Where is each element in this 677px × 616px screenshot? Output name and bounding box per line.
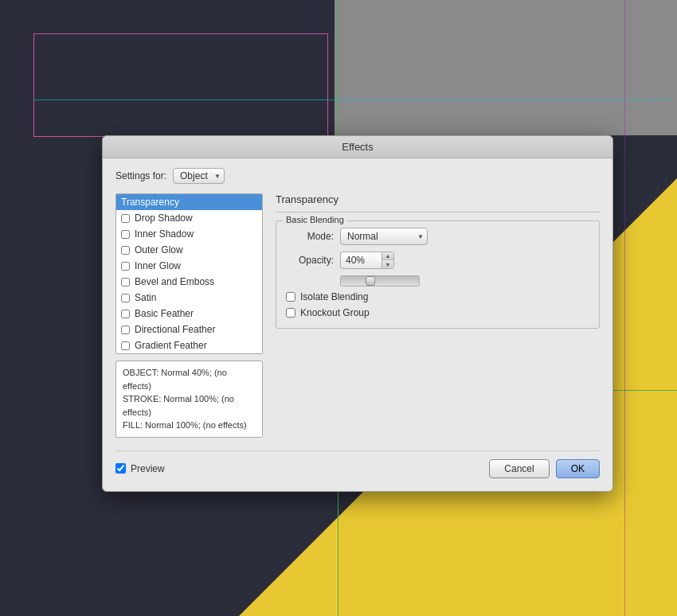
opacity-field-wrapper: ▲ ▼ [340,251,394,269]
opacity-slider-thumb[interactable] [366,276,375,286]
inner-shadow-checkbox[interactable] [121,230,130,239]
opacity-row: Opacity: ▲ ▼ [286,251,589,269]
dialog-title: Effects [342,141,374,153]
panel-title: Transparency [276,193,600,205]
bevel-emboss-checkbox[interactable] [121,278,130,287]
effects-detail-panel: Transparency Basic Blending Mode: Normal… [276,193,600,438]
dialog-titlebar: Effects [103,136,612,158]
bg-gray-area [335,0,677,135]
bevel-emboss-label: Bevel and Emboss [135,276,214,287]
preview-row: Preview [115,463,165,474]
transparency-label: Transparency [121,197,179,208]
satin-checkbox[interactable] [121,294,130,302]
directional-feather-label: Directional Feather [135,324,215,335]
drop-shadow-checkbox[interactable] [121,214,130,223]
effects-dialog: Effects Settings for: Object Stroke Fill… [102,135,613,492]
outer-glow-checkbox[interactable] [121,246,130,255]
effects-list-items: Transparency Drop Shadow Inner Shadow Ou… [115,193,263,354]
panel-divider [276,212,600,212]
opacity-label: Opacity: [286,255,334,266]
effects-list-panel: Transparency Drop Shadow Inner Shadow Ou… [115,193,263,438]
isolate-blending-checkbox[interactable] [286,292,295,302]
opacity-input[interactable] [340,251,382,269]
drop-shadow-label: Drop Shadow [135,212,193,224]
opacity-stepper-up[interactable]: ▲ [382,252,393,260]
mode-row: Mode: Normal Multiply Screen Overlay Dar… [286,228,589,245]
isolate-blending-row: Isolate Blending [286,291,589,302]
effect-item-basic-feather[interactable]: Basic Feather [116,306,262,322]
inner-shadow-label: Inner Shadow [135,228,194,240]
inner-glow-checkbox[interactable] [121,262,130,271]
purple-line-vertical [624,0,625,616]
blending-group-legend: Basic Blending [283,215,347,224]
mode-label: Mode: [286,231,334,242]
opacity-stepper: ▲ ▼ [382,251,394,269]
dialog-footer: Preview Cancel OK [115,450,600,478]
ok-button[interactable]: OK [556,459,600,478]
effect-item-drop-shadow[interactable]: Drop Shadow [116,210,262,226]
pink-rect-outline [33,33,328,137]
outer-glow-label: Outer Glow [135,244,183,255]
knockout-group-label: Knockout Group [300,307,370,318]
satin-label: Satin [135,292,156,303]
dialog-main-content: Transparency Drop Shadow Inner Shadow Ou… [115,193,600,438]
settings-for-label: Settings for: [115,170,166,181]
effect-item-directional-feather[interactable]: Directional Feather [116,322,262,337]
knockout-group-checkbox[interactable] [286,308,295,318]
mode-select-wrapper: Normal Multiply Screen Overlay Darken Li… [340,228,428,245]
settings-for-select[interactable]: Object Stroke Fill Text [173,168,225,184]
info-line-2: STROKE: Normal 100%; (no effects) [123,392,256,419]
info-line-1: OBJECT: Normal 40%; (no effects) [123,366,256,392]
basic-feather-label: Basic Feather [135,308,194,319]
opacity-slider-row [340,275,589,287]
settings-for-select-wrapper: Object Stroke Fill Text [173,168,225,184]
effect-item-outer-glow[interactable]: Outer Glow [116,242,262,258]
inner-glow-label: Inner Glow [135,260,181,271]
cyan-line-horizontal [33,99,671,100]
basic-feather-checkbox[interactable] [121,310,130,318]
opacity-slider-track[interactable] [340,275,420,287]
dialog-body: Settings for: Object Stroke Fill Text Tr… [103,158,612,491]
info-box: OBJECT: Normal 40%; (no effects) STROKE:… [115,361,263,438]
effect-item-inner-shadow[interactable]: Inner Shadow [116,226,262,242]
preview-checkbox[interactable] [115,463,126,474]
gradient-feather-checkbox[interactable] [121,341,130,350]
effect-item-inner-glow[interactable]: Inner Glow [116,258,262,274]
effect-item-transparency[interactable]: Transparency [116,194,262,210]
mode-select[interactable]: Normal Multiply Screen Overlay Darken Li… [340,228,428,245]
effect-item-satin[interactable]: Satin [116,290,262,306]
directional-feather-checkbox[interactable] [121,326,130,334]
opacity-stepper-down[interactable]: ▼ [382,260,393,268]
knockout-group-row: Knockout Group [286,307,589,318]
settings-for-row: Settings for: Object Stroke Fill Text [115,168,600,184]
effect-item-gradient-feather[interactable]: Gradient Feather [116,337,262,353]
preview-label: Preview [131,463,165,474]
effect-item-bevel-emboss[interactable]: Bevel and Emboss [116,274,262,290]
footer-buttons: Cancel OK [489,459,600,478]
isolate-blending-label: Isolate Blending [300,291,368,302]
gradient-feather-label: Gradient Feather [135,340,207,351]
basic-blending-group: Basic Blending Mode: Normal Multiply Scr… [276,220,600,329]
cancel-button[interactable]: Cancel [489,459,549,478]
info-line-3: FILL: Normal 100%; (no effects) [123,419,256,432]
